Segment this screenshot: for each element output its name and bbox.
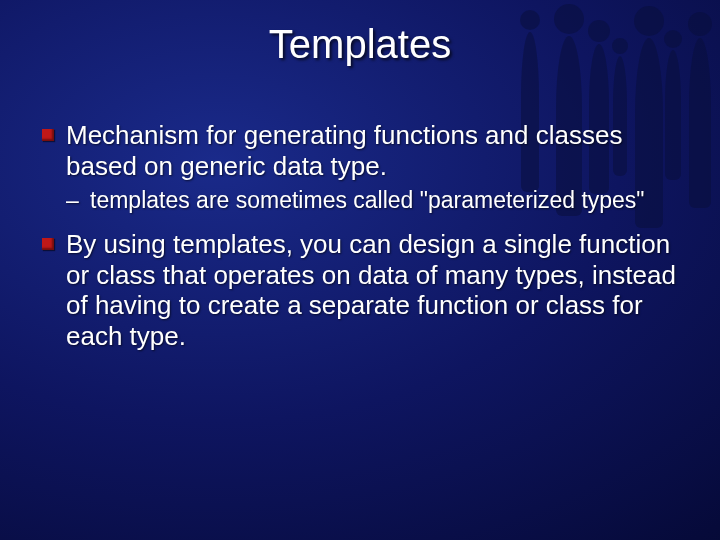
bullet-item: Mechanism for generating functions and c… xyxy=(42,120,690,181)
square-bullet-icon xyxy=(42,238,54,250)
bullet-text: Mechanism for generating functions and c… xyxy=(66,120,622,181)
slide-title: Templates xyxy=(0,22,720,67)
square-bullet-icon xyxy=(42,129,54,141)
slide-body: Mechanism for generating functions and c… xyxy=(42,120,690,358)
bullet-item: By using templates, you can design a sin… xyxy=(42,229,690,352)
sub-bullet-item: templates are sometimes called "paramete… xyxy=(42,187,690,215)
slide: Templates Mechanism for generating funct… xyxy=(0,0,720,540)
sub-bullet-text: templates are sometimes called "paramete… xyxy=(90,187,645,213)
bullet-text: By using templates, you can design a sin… xyxy=(66,229,676,351)
